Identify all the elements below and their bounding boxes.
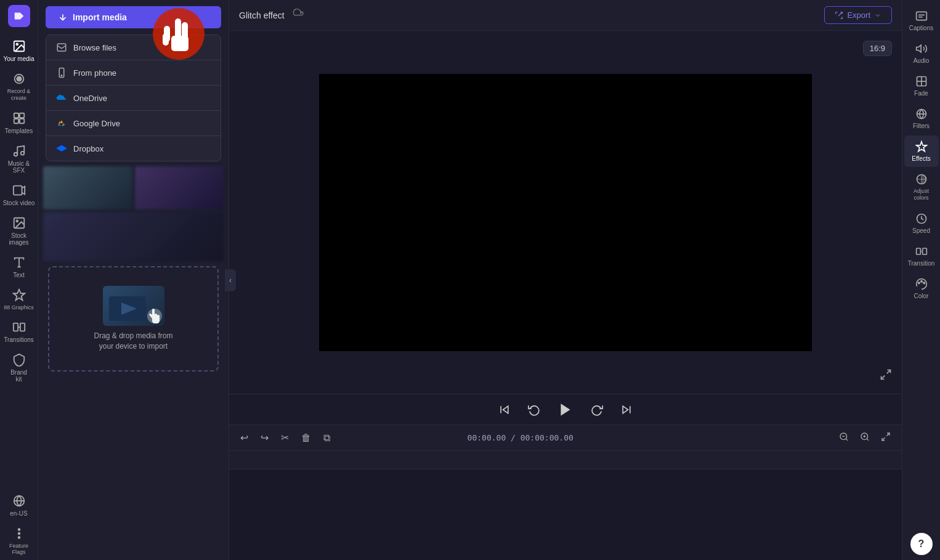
export-button[interactable]: Export: [824, 6, 892, 24]
left-sidebar: Your media Record &create Templates Musi…: [0, 0, 38, 560]
onedrive-item[interactable]: OneDrive: [46, 86, 221, 111]
timeline-tracks[interactable]: [229, 451, 902, 560]
drop-zone-text: Drag & drop media from your device to im…: [94, 331, 172, 352]
undo-button[interactable]: ↩: [237, 429, 252, 446]
right-sidebar: Captions Audio Fade Filters Effect: [902, 0, 940, 560]
playback-controls: [229, 394, 902, 424]
right-item-adjust-colors[interactable]: Adjust colors: [904, 168, 939, 206]
sidebar-item-feature-flags[interactable]: Feature Flags: [0, 522, 38, 560]
svg-rect-59: [922, 248, 926, 254]
duplicate-button[interactable]: ⧉: [320, 430, 334, 446]
svg-rect-10: [13, 185, 22, 195]
media-panel: Import media Browse files From phone One…: [38, 0, 229, 560]
redo-button[interactable]: ↪: [257, 429, 272, 446]
preview-container: 16:9: [229, 31, 902, 394]
delete-button[interactable]: 🗑: [298, 430, 315, 446]
sidebar-item-your-media[interactable]: Your media: [0, 34, 38, 67]
svg-line-30: [838, 12, 842, 15]
google-drive-item[interactable]: Google Drive: [46, 111, 221, 136]
timeline-area: ↩ ↪ ✂ 🗑 ⧉ 00:00.00 / 00:00:00.00: [229, 424, 902, 560]
sidebar-item-brand-kit[interactable]: Brandkit: [0, 348, 38, 388]
svg-rect-25: [57, 44, 66, 51]
fit-timeline-button[interactable]: [877, 429, 894, 447]
svg-rect-6: [14, 119, 18, 123]
right-item-audio[interactable]: Audio: [904, 38, 939, 69]
svg-point-27: [61, 75, 62, 76]
thumbnail-item[interactable]: [43, 166, 132, 209]
sidebar-item-music-sfx[interactable]: Music & SFX: [0, 139, 38, 179]
hand-cursor-icon: [146, 307, 163, 325]
right-item-fade[interactable]: Fade: [904, 70, 939, 102]
main-area: Glitch effect Export 16:9: [229, 0, 902, 560]
import-media-button[interactable]: Import media: [46, 6, 221, 28]
cloud-save-icon: [292, 8, 304, 23]
svg-point-21: [18, 533, 20, 535]
right-item-effects[interactable]: Effects: [904, 136, 939, 167]
svg-marker-36: [623, 406, 628, 413]
drop-zone[interactable]: Drag & drop media from your device to im…: [48, 266, 219, 371]
fullscreen-button[interactable]: [880, 368, 892, 384]
svg-point-60: [918, 282, 920, 284]
right-item-color[interactable]: Color: [904, 273, 939, 304]
forward-button[interactable]: [588, 401, 606, 418]
svg-rect-16: [13, 323, 17, 331]
play-button[interactable]: [555, 399, 576, 420]
svg-point-1: [16, 43, 18, 45]
dropbox-item[interactable]: Dropbox: [46, 136, 221, 161]
help-button[interactable]: ?: [910, 533, 933, 555]
svg-marker-15: [13, 289, 24, 299]
sidebar-item-stock-images[interactable]: Stock images: [0, 211, 38, 251]
right-item-filters[interactable]: Filters: [904, 103, 939, 134]
thumbnail-item[interactable]: [43, 212, 224, 261]
timeline-toolbar: ↩ ↪ ✂ 🗑 ⧉ 00:00.00 / 00:00:00.00: [229, 425, 902, 451]
zoom-out-button[interactable]: [835, 429, 853, 447]
svg-rect-5: [19, 113, 23, 117]
timecode-display: 00:00.00 / 00:00:00.00: [468, 433, 573, 442]
svg-line-31: [887, 370, 891, 374]
aspect-ratio-badge[interactable]: 16:9: [863, 41, 892, 56]
sidebar-item-text[interactable]: Text: [0, 251, 38, 283]
sidebar-item-record-create[interactable]: Record &create: [0, 67, 38, 107]
project-name: Glitch effect: [239, 10, 285, 20]
skip-to-start-button[interactable]: [496, 401, 513, 418]
svg-line-32: [881, 376, 885, 379]
svg-rect-47: [916, 12, 926, 20]
media-thumbnails: Drag & drop media from your device to im…: [38, 161, 229, 560]
svg-point-61: [920, 280, 922, 282]
svg-line-46: [882, 437, 885, 440]
sidebar-item-transitions[interactable]: Transitions: [0, 315, 38, 348]
sidebar-item-stock-video[interactable]: Stock video: [0, 179, 38, 211]
svg-rect-58: [916, 248, 920, 254]
svg-point-23: [18, 537, 20, 538]
svg-point-9: [20, 152, 24, 155]
panel-collapse-handle[interactable]: ‹: [225, 269, 236, 291]
video-preview: [319, 74, 812, 351]
right-item-transition[interactable]: Transition: [904, 240, 939, 272]
svg-rect-17: [20, 323, 24, 331]
browse-files-item[interactable]: Browse files: [46, 35, 221, 60]
zoom-in-button[interactable]: [856, 429, 873, 447]
right-item-captions[interactable]: Captions: [904, 5, 939, 36]
cut-button[interactable]: ✂: [277, 429, 293, 446]
sidebar-item-templates[interactable]: Templates: [0, 107, 38, 139]
thumbnail-item[interactable]: [135, 166, 224, 209]
svg-point-8: [14, 152, 17, 156]
svg-point-22: [18, 529, 20, 530]
skip-to-end-button[interactable]: [618, 401, 635, 418]
app-logo[interactable]: [8, 5, 30, 27]
svg-marker-35: [561, 404, 570, 416]
svg-rect-7: [19, 119, 23, 123]
from-phone-item[interactable]: From phone: [46, 60, 221, 86]
svg-marker-50: [916, 45, 921, 52]
svg-point-62: [923, 282, 925, 284]
import-dropdown: Browse files From phone OneDrive: [46, 34, 221, 161]
right-item-speed[interactable]: Speed: [904, 208, 939, 239]
sidebar-item-graphics[interactable]: 88 Graphics: [0, 283, 38, 315]
drop-preview-thumbnail: [103, 286, 164, 326]
sidebar-item-language[interactable]: en-US: [0, 489, 38, 522]
svg-point-3: [17, 76, 21, 81]
svg-rect-4: [14, 113, 18, 117]
rewind-button[interactable]: [525, 401, 543, 418]
topbar: Glitch effect Export: [229, 0, 902, 31]
svg-point-12: [16, 220, 18, 222]
